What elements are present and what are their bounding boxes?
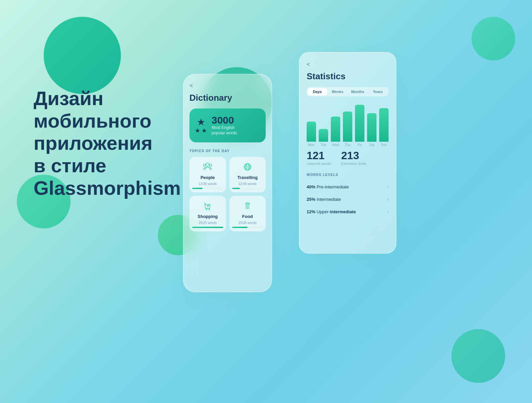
level-text-pre-intermediate: 40% Pre-intermediate xyxy=(307,184,349,189)
bar-tue-label: Tue xyxy=(321,143,326,147)
stat-learned-words: 121 Learned words xyxy=(307,150,331,166)
stat-learned-label: Learned words xyxy=(307,162,331,166)
dictionary-title: Dictionary xyxy=(189,93,266,103)
topic-progress-fill-food xyxy=(232,227,248,228)
stat-exercises: 213 Exersises dode xyxy=(341,150,366,166)
level-row-upper-intermediate[interactable]: 12% Upper-intermediate › xyxy=(307,206,389,218)
featured-number: 3000 xyxy=(212,115,237,125)
bar-mon: Mon xyxy=(307,122,316,147)
featured-subtitle: Most English popular words xyxy=(212,125,237,136)
featured-text: 3000 Most English popular words xyxy=(212,115,237,136)
bar-wed-label: Wed xyxy=(332,143,339,147)
tab-months[interactable]: Months xyxy=(348,88,367,95)
dictionary-screen: < Dictionary ★ ★ ★ 3000 Most English pop… xyxy=(183,74,272,292)
level-text-upper-intermediate: 12% Upper-intermediate xyxy=(307,209,356,214)
svg-point-1 xyxy=(204,164,206,167)
topic-card-travelling[interactable]: Travelling 12/48 words xyxy=(229,157,266,192)
period-tabs: Days Weeks Months Years xyxy=(307,87,389,96)
tab-years[interactable]: Years xyxy=(368,88,388,95)
hero-section: Дизайн мобильного приложения в стиле Gla… xyxy=(34,87,185,199)
dictionary-back-button[interactable]: < xyxy=(189,82,266,89)
topic-progress-food xyxy=(232,227,263,228)
bar-wed: Wed xyxy=(331,117,340,147)
shopping-icon xyxy=(202,200,214,212)
chevron-intermediate-icon: › xyxy=(387,196,389,202)
stat-exercises-number: 213 xyxy=(341,150,366,161)
featured-card: ★ ★ ★ 3000 Most English popular words xyxy=(189,108,266,142)
topic-name-people: People xyxy=(201,175,215,180)
topic-count-people: 12/36 words xyxy=(198,182,217,186)
topic-card-people[interactable]: People 12/36 words xyxy=(189,157,226,192)
tab-weeks[interactable]: Weeks xyxy=(328,88,347,95)
bar-sun: Sun xyxy=(379,108,389,147)
star-icon-large: ★ xyxy=(197,118,205,127)
topic-progress-fill-shopping xyxy=(192,227,223,228)
chevron-upper-intermediate-icon: › xyxy=(387,209,389,214)
bar-tue-fill xyxy=(319,129,328,142)
chart-area: Mon Tue Wed Thu Fri Sat Sun xyxy=(307,103,389,147)
svg-point-2 xyxy=(210,164,212,167)
words-levels-title: WORDS LEVELS xyxy=(307,173,389,177)
food-icon xyxy=(241,200,254,212)
statistics-back-button[interactable]: < xyxy=(307,61,389,68)
level-row-intermediate[interactable]: 25% Intermediate › xyxy=(307,193,389,206)
svg-point-0 xyxy=(206,163,209,166)
star-icon-small-1: ★ xyxy=(195,128,200,134)
level-text-intermediate: 25% Intermediate xyxy=(307,197,341,202)
bar-sun-fill xyxy=(379,108,389,142)
svg-point-8 xyxy=(206,209,207,210)
topic-count-food: 15/30 words xyxy=(238,221,257,225)
bar-tue: Tue xyxy=(319,129,328,147)
topic-count-shopping: 25/25 words xyxy=(198,221,217,225)
bar-fri-fill xyxy=(355,105,364,142)
topic-progress-fill-travelling xyxy=(232,188,240,189)
svg-point-9 xyxy=(209,209,210,210)
travelling-icon xyxy=(241,161,254,173)
bar-fri-label: Fri xyxy=(358,143,362,147)
stars-group: ★ ★ ★ xyxy=(195,118,207,134)
topic-name-food: Food xyxy=(242,214,253,219)
topics-label: TOPICS OF THE DAY xyxy=(189,149,266,153)
star-icon-small-2: ★ xyxy=(202,128,207,134)
topic-count-travelling: 12/48 words xyxy=(238,182,257,186)
stats-numbers: 121 Learned words 213 Exersises dode xyxy=(307,150,389,166)
tab-days[interactable]: Days xyxy=(308,88,327,95)
bar-thu: Thu xyxy=(343,111,352,147)
bar-thu-label: Thu xyxy=(345,143,350,147)
level-row-pre-intermediate[interactable]: 40% Pre-intermediate › xyxy=(307,181,389,193)
topic-progress-people xyxy=(192,188,223,189)
stat-learned-number: 121 xyxy=(307,150,331,161)
bar-sat-label: Sat xyxy=(369,143,374,147)
topic-card-shopping[interactable]: Shopping 25/25 words xyxy=(189,196,226,231)
bar-sat: Sat xyxy=(367,113,376,147)
bar-fri: Fri xyxy=(355,105,364,147)
topic-card-food[interactable]: Food 15/30 words xyxy=(229,196,266,231)
blob-6 xyxy=(451,329,505,383)
bar-mon-label: Mon xyxy=(308,143,314,147)
topic-progress-shopping xyxy=(192,227,223,228)
topic-name-travelling: Travelling xyxy=(237,175,258,180)
blob-5 xyxy=(472,17,515,60)
bar-sat-fill xyxy=(367,113,376,142)
statistics-title: Statistics xyxy=(307,71,389,82)
statistics-panel: < Statistics Days Weeks Months Years Mon… xyxy=(299,52,396,254)
topic-name-shopping: Shopping xyxy=(197,214,218,219)
topics-grid: People 12/36 words Travelling 12/48 word… xyxy=(189,157,266,231)
topic-progress-travelling xyxy=(232,188,263,189)
bar-thu-fill xyxy=(343,111,352,142)
star-row: ★ ★ xyxy=(195,128,207,134)
hero-title: Дизайн мобильного приложения в стиле Gla… xyxy=(34,87,185,199)
people-icon xyxy=(202,161,214,173)
bar-mon-fill xyxy=(307,122,316,142)
bar-wed-fill xyxy=(331,117,340,142)
bar-sun-label: Sun xyxy=(381,143,387,147)
blob-1 xyxy=(44,17,121,94)
chevron-pre-intermediate-icon: › xyxy=(387,184,389,189)
topic-progress-fill-people xyxy=(192,188,203,189)
stat-exercises-label: Exersises dode xyxy=(341,162,366,166)
